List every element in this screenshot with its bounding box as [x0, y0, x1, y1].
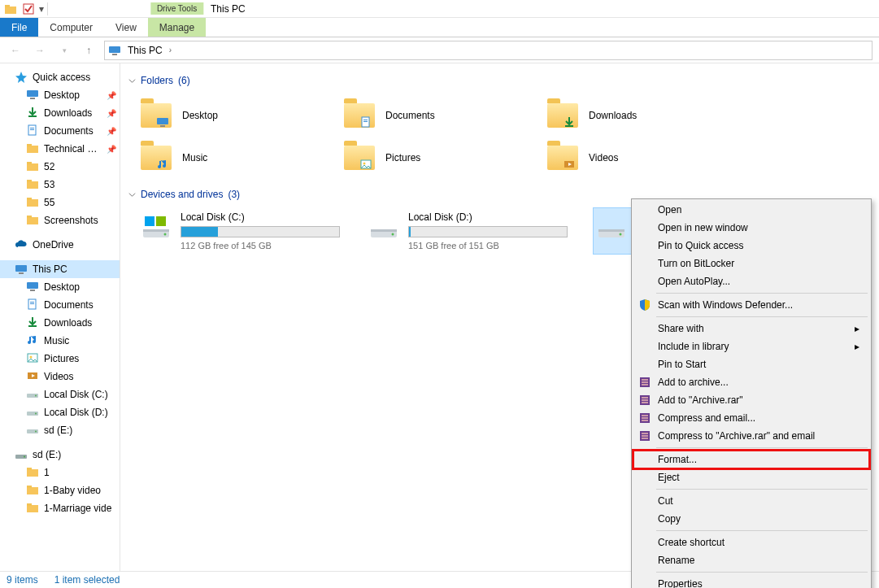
svg-rect-75 — [642, 415, 648, 416]
chevron-down-icon[interactable]: ▾ — [39, 3, 44, 15]
context-menu-item[interactable]: Open in new window — [633, 219, 869, 237]
drive-item[interactable]: Local Disk (D:)151 GB free of 151 GB — [366, 208, 569, 254]
nav-onedrive[interactable]: OneDrive — [0, 236, 120, 254]
folders-title: Folders — [141, 75, 173, 86]
nav-item[interactable]: 1-Marriage vide — [0, 499, 120, 517]
svg-rect-59 — [156, 216, 166, 226]
nav-item-label: 52 — [44, 161, 54, 172]
svg-rect-9 — [30, 128, 34, 128]
nav-item[interactable]: Pictures — [0, 350, 120, 368]
folder-item[interactable]: Music — [138, 137, 309, 179]
context-menu-label: Scan with Windows Defender... — [658, 299, 793, 311]
nav-item[interactable]: Technical Cor📌 — [0, 140, 120, 158]
svg-rect-11 — [27, 146, 38, 153]
svg-rect-72 — [642, 399, 648, 401]
context-menu-item[interactable]: Create shortcut — [633, 534, 869, 551]
svg-rect-6 — [30, 98, 35, 99]
svg-rect-14 — [27, 162, 32, 164]
context-menu-label: Create shortcut — [658, 537, 725, 548]
nav-item[interactable]: 55 — [0, 194, 120, 211]
tab-computer[interactable]: Computer — [38, 18, 104, 37]
nav-item[interactable]: Desktop📌 — [0, 86, 120, 104]
nav-item-label: Documents — [44, 125, 94, 137]
nav-item[interactable]: 52 — [0, 158, 120, 176]
tab-view[interactable]: View — [104, 18, 148, 37]
nav-item[interactable]: sd (E:) — [0, 421, 120, 439]
context-menu-item[interactable]: Pin to Quick access — [633, 237, 869, 255]
context-menu-item[interactable]: Compress to "Archive.rar" and email — [633, 427, 869, 445]
videos-icon — [563, 158, 581, 176]
folder-icon — [140, 99, 172, 132]
forward-button[interactable]: → — [31, 41, 49, 59]
nav-item[interactable]: Downloads📌 — [0, 104, 120, 122]
context-menu-item[interactable]: Include in library▸ — [633, 338, 869, 355]
folder-item[interactable]: Documents — [342, 94, 512, 137]
svg-rect-43 — [27, 486, 32, 488]
svg-point-37 — [35, 430, 37, 432]
nav-item[interactable]: 53 — [0, 176, 120, 194]
drive-item[interactable]: Local Disk (C:)112 GB free of 145 GB — [138, 208, 342, 254]
nav-item[interactable]: Videos — [0, 368, 120, 385]
context-menu-item[interactable]: Eject — [633, 468, 869, 486]
chevron-right-icon[interactable]: › — [169, 46, 172, 54]
address-bar[interactable]: This PC › — [104, 41, 872, 60]
up-button[interactable]: ↑ — [80, 41, 98, 59]
folder-label: Pictures — [385, 152, 420, 163]
svg-point-65 — [620, 233, 622, 236]
pin-icon: 📌 — [107, 127, 116, 136]
svg-rect-79 — [642, 433, 648, 434]
folder-icon[interactable] — [3, 2, 18, 16]
context-menu-item[interactable]: Cut — [633, 492, 869, 510]
nav-item[interactable]: Screenshots — [0, 211, 120, 229]
context-menu-item[interactable]: Add to archive... — [633, 373, 869, 391]
context-menu-item[interactable]: Pin to Start — [633, 355, 869, 373]
breadcrumb[interactable]: This PC — [124, 45, 166, 56]
svg-rect-0 — [5, 7, 16, 14]
context-menu-item[interactable]: Open — [633, 201, 869, 219]
context-menu-item[interactable]: Format... — [633, 451, 869, 468]
drive-icon — [15, 448, 28, 461]
folder-label: Videos — [589, 152, 618, 163]
chevron-down-icon — [128, 77, 136, 85]
nav-item[interactable]: Documents — [0, 296, 120, 314]
context-menu-item[interactable]: Add to "Archive.rar" — [633, 391, 869, 409]
drive-name: Local Disk (D:) — [408, 211, 568, 223]
context-menu-item[interactable]: Properties — [633, 575, 869, 588]
recent-dropdown-icon[interactable]: ▾ — [55, 41, 73, 59]
context-menu-item[interactable]: Open AutoPlay... — [633, 272, 869, 290]
context-menu-item[interactable]: Copy — [633, 510, 869, 528]
nav-item[interactable]: 1-Baby video — [0, 481, 120, 499]
folder-item[interactable]: Desktop — [138, 94, 309, 137]
properties-icon[interactable] — [21, 2, 36, 16]
context-menu-item[interactable]: Share with▸ — [633, 320, 869, 338]
nav-item[interactable]: Local Disk (D:) — [0, 403, 120, 421]
nav-item[interactable]: Desktop — [0, 278, 120, 296]
nav-sd[interactable]: sd (E:) — [0, 446, 120, 464]
back-button[interactable]: ← — [7, 41, 24, 59]
tab-file[interactable]: File — [0, 18, 38, 37]
tab-manage[interactable]: Drive Tools Manage — [148, 18, 206, 37]
nav-item[interactable]: Downloads — [0, 314, 120, 332]
nav-this-pc[interactable]: This PC — [0, 260, 120, 278]
nav-quick-access[interactable]: Quick access — [0, 68, 120, 86]
nav-item[interactable]: Documents📌 — [0, 122, 120, 140]
folders-count: (6) — [178, 75, 190, 86]
nav-item[interactable]: Local Disk (C:) — [0, 385, 120, 403]
downloads-icon — [26, 106, 39, 121]
context-menu-item[interactable]: Scan with Windows Defender... — [633, 296, 869, 314]
context-menu-item[interactable]: Turn on BitLocker — [633, 255, 869, 272]
nav-item[interactable]: 1 — [0, 464, 120, 481]
svg-rect-20 — [27, 216, 32, 218]
context-menu-item[interactable]: Rename — [633, 551, 869, 569]
svg-rect-51 — [565, 125, 573, 127]
svg-rect-4 — [112, 54, 117, 55]
folder-item[interactable]: Pictures — [342, 137, 512, 179]
nav-item[interactable]: Music — [0, 332, 120, 350]
folder-item[interactable]: Downloads — [545, 94, 716, 137]
section-folders[interactable]: Folders (6) — [128, 75, 871, 86]
drive-free-text: 112 GB free of 145 GB — [181, 241, 340, 250]
svg-rect-16 — [27, 180, 32, 182]
context-menu-item[interactable]: Compress and email... — [633, 409, 869, 427]
folder-item[interactable]: Videos — [545, 137, 716, 179]
navigation-bar: ← → ▾ ↑ This PC › — [0, 37, 879, 63]
